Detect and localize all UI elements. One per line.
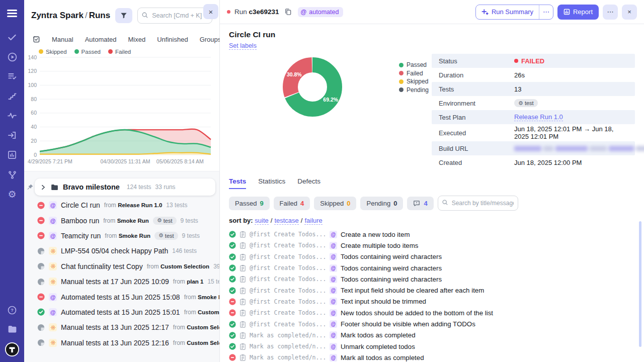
run-name: Circle CI run bbox=[61, 201, 100, 209]
sort-by-testcase[interactable]: testcase bbox=[274, 217, 298, 225]
run-play-icon[interactable] bbox=[7, 51, 18, 62]
run-list-item[interactable]: @ Teamcity run from Smoke Run ⚙test 9 te… bbox=[24, 228, 219, 243]
test-row[interactable]: @first Create Todos... @ Todos containin… bbox=[229, 274, 635, 285]
git-branch-icon[interactable] bbox=[7, 169, 18, 180]
test-title: Todos containing weird characters bbox=[341, 264, 442, 272]
test-title: Unmark completed todos bbox=[341, 343, 415, 350]
search-icon bbox=[141, 12, 148, 19]
test-title: Todos containing weird characters bbox=[341, 276, 442, 283]
filter-chip-pending[interactable]: Pending 0 bbox=[360, 197, 403, 210]
help-icon[interactable]: ? bbox=[7, 305, 18, 316]
clipboard-icon bbox=[239, 332, 246, 339]
settings-gear-icon[interactable]: ⚙ bbox=[7, 189, 18, 200]
run-list-item[interactable]: @ Automated tests at 15 Jun 2025 15:01 f… bbox=[24, 305, 219, 320]
test-row[interactable]: @first Create Todos... @ New todos shoul… bbox=[229, 307, 635, 318]
manual-run-icon bbox=[49, 247, 57, 255]
runs-tab-automated[interactable]: Automated bbox=[85, 36, 117, 43]
more-actions-button[interactable]: ⋯ bbox=[603, 5, 618, 20]
run-list-item[interactable]: @ Bamboo run from Smoke Run ⚙test 9 test… bbox=[24, 213, 219, 228]
close-detail-button[interactable]: × bbox=[622, 5, 637, 20]
test-row[interactable]: @first Create Todos... @ Footer should b… bbox=[229, 318, 635, 329]
svg-text:120: 120 bbox=[28, 68, 37, 74]
svg-text:?: ? bbox=[11, 308, 14, 313]
tab-tests[interactable]: Tests bbox=[229, 177, 246, 189]
donut-legend-item[interactable]: Failed bbox=[399, 69, 429, 78]
milestone-folder-card[interactable]: Bravo milestone 124 tests 33 runs bbox=[35, 178, 215, 196]
test-title: New todos should be added to the bottom … bbox=[341, 309, 493, 317]
legend-item[interactable]: Passed bbox=[74, 49, 101, 55]
run-summary-button[interactable]: Run Summary bbox=[476, 5, 539, 19]
info-row: Test PlanRelease Run 1.0 bbox=[432, 110, 635, 124]
run-list-item[interactable]: Manual tests at 13 Jun 2025 12:16 from C… bbox=[24, 335, 219, 350]
info-label: Status bbox=[439, 57, 514, 65]
filter-chip-skipped[interactable]: Skipped 0 bbox=[314, 197, 356, 210]
clipboard-icon bbox=[239, 309, 246, 316]
run-summary-more-button[interactable]: ⋯ bbox=[539, 5, 553, 19]
test-plan-link[interactable]: Release Run 1.0 bbox=[514, 113, 563, 121]
run-list-item[interactable]: @ Automated tests at 15 Jun 2025 15:08 f… bbox=[24, 289, 219, 304]
tests-search-input[interactable] bbox=[438, 196, 518, 211]
test-row[interactable]: Mark as completed/n... @ Mark all todos … bbox=[229, 352, 635, 362]
run-tests-count: 9 tests bbox=[181, 217, 198, 224]
set-labels-link[interactable]: Set labels bbox=[229, 42, 257, 50]
menu-icon[interactable] bbox=[7, 8, 17, 19]
passed-status-icon bbox=[229, 321, 236, 328]
clipboard-icon bbox=[239, 264, 246, 272]
test-suite: @first Create Todos... bbox=[250, 253, 326, 260]
test-list-icon[interactable] bbox=[7, 71, 18, 82]
run-list-item[interactable]: LMP-554 05/04 check Happy Path 146 tests bbox=[24, 243, 219, 258]
tab-defects[interactable]: Defects bbox=[297, 177, 320, 189]
runs-search-input[interactable] bbox=[137, 8, 212, 24]
copy-run-id-button[interactable] bbox=[283, 7, 293, 17]
panel-close-button[interactable]: × bbox=[203, 4, 218, 19]
legend-item[interactable]: Failed bbox=[108, 49, 131, 55]
test-row[interactable]: Mark as completed/n... @ Mark todos as c… bbox=[229, 330, 635, 341]
legend-item[interactable]: Skipped bbox=[39, 49, 67, 55]
tests-scrollbar[interactable] bbox=[639, 221, 641, 347]
test-row[interactable]: Mark as completed/n... @ Unmark complete… bbox=[229, 341, 635, 352]
app-logo[interactable] bbox=[5, 342, 20, 357]
run-list-item[interactable]: Manual tests at 13 Jun 2025 12:17 from C… bbox=[24, 320, 219, 335]
donut-legend-item[interactable]: Passed bbox=[399, 61, 429, 69]
test-row[interactable]: @first Create Todos... @ Create a new to… bbox=[229, 229, 635, 240]
runs-tab-groups[interactable]: Groups bbox=[200, 36, 221, 43]
donut-legend-item[interactable]: Skipped bbox=[399, 77, 429, 86]
filter-chip-failed[interactable]: Failed 4 bbox=[274, 197, 310, 210]
checkmark-nav-icon[interactable] bbox=[7, 32, 18, 43]
steps-icon[interactable] bbox=[7, 90, 18, 102]
test-row[interactable]: @first Create Todos... @ Create multiple… bbox=[229, 240, 635, 251]
import-signin-icon[interactable] bbox=[7, 130, 18, 141]
runs-tab-mixed[interactable]: Mixed bbox=[128, 36, 146, 43]
filter-button[interactable] bbox=[115, 8, 132, 23]
donut-legend-item[interactable]: Pending bbox=[399, 86, 429, 95]
run-source: from Custom Selection bbox=[173, 339, 219, 346]
runs-tab-unfinished[interactable]: Unfinished bbox=[157, 36, 188, 43]
report-button[interactable]: Report bbox=[557, 5, 599, 20]
filter-chip-passed[interactable]: Passed 9 bbox=[229, 197, 270, 210]
gear-icon: ⚙ bbox=[158, 233, 164, 238]
sort-by-suite[interactable]: suite bbox=[255, 217, 268, 225]
test-row[interactable]: @first Create Todos... @ Todos containin… bbox=[229, 262, 635, 274]
analytics-icon[interactable] bbox=[7, 149, 18, 160]
run-tests-count: 9 tests bbox=[182, 232, 200, 239]
test-row[interactable]: @first Create Todos... @ Todos containin… bbox=[229, 251, 635, 262]
run-list-item[interactable]: Manual tests at 17 Jun 2025 10:09 from p… bbox=[24, 274, 219, 289]
run-list-item[interactable]: @ Circle CI run from Release Run 1.0 13 … bbox=[24, 198, 219, 213]
test-row[interactable]: @first Create Todos... @ Text input fiel… bbox=[229, 285, 635, 296]
sort-by-failure[interactable]: failure bbox=[304, 217, 322, 225]
test-row[interactable]: @first Create Todos... @ Text input shou… bbox=[229, 296, 635, 307]
automated-test-icon: @ bbox=[330, 276, 337, 283]
comments-filter-chip[interactable]: 4 bbox=[407, 197, 433, 210]
passed-status-icon bbox=[37, 308, 45, 316]
failed-dot-icon bbox=[227, 10, 230, 14]
chevron-right-icon[interactable] bbox=[40, 184, 46, 191]
select-all-icon[interactable] bbox=[32, 35, 40, 44]
activity-pulse-icon[interactable] bbox=[7, 110, 18, 121]
tab-statistics[interactable]: Statistics bbox=[258, 177, 285, 189]
svg-text:0: 0 bbox=[34, 152, 37, 158]
runs-tab-manual[interactable]: Manual bbox=[52, 36, 73, 43]
run-list-item[interactable]: Chat functinality test Copy from Custom … bbox=[24, 259, 219, 274]
projects-folder-icon[interactable] bbox=[7, 323, 18, 334]
pin-icon[interactable] bbox=[26, 184, 34, 191]
project-name[interactable]: Zyntra Spark bbox=[31, 11, 84, 20]
